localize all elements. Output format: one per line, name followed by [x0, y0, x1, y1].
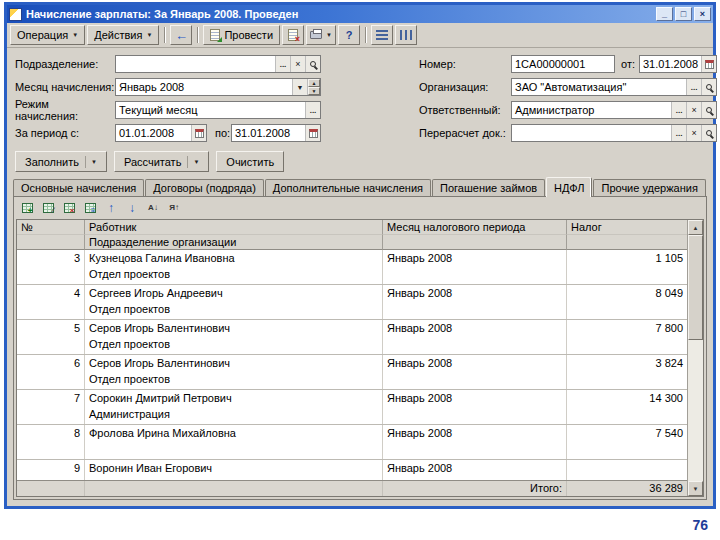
edit-row-button[interactable]: ∕ [38, 199, 58, 217]
row-number-cell: 9 [17, 460, 85, 480]
tax-month-cell: Январь 2008 [383, 285, 567, 319]
header-employee-sub[interactable]: Подразделение организации [85, 235, 383, 250]
settings-button[interactable] [395, 25, 417, 45]
tax-month-cell: Январь 2008 [383, 425, 567, 459]
help-icon: ? [346, 29, 353, 41]
header-employee[interactable]: Работник [85, 220, 383, 235]
number-field[interactable]: 1CA00000001 [511, 55, 615, 73]
structure-button[interactable] [371, 25, 393, 45]
row-number-cell: 5 [17, 320, 85, 354]
print-button[interactable]: ▼ [306, 25, 336, 45]
organization-select-button[interactable]: ... [686, 79, 701, 95]
organization-open-button[interactable] [701, 79, 716, 95]
clear-button[interactable]: Очистить [216, 151, 284, 172]
scrollbar-track[interactable] [688, 340, 703, 481]
scrollbar-thumb[interactable] [688, 235, 703, 340]
list-settings-button[interactable]: ≡ [80, 199, 100, 217]
responsible-open-button[interactable] [701, 102, 716, 118]
sort-desc-button[interactable]: Я↑ [164, 199, 184, 217]
form-right-column: Номер: 1CA00000001 от: 31.01.2008 Органи… [419, 55, 717, 143]
responsible-value[interactable]: Администратор [512, 102, 671, 118]
cancel-post-button[interactable] [282, 25, 304, 45]
add-row-button[interactable]: + [17, 199, 37, 217]
tab-other-deductions[interactable]: Прочие удержания [593, 179, 705, 196]
move-down-button[interactable]: ↓ [122, 199, 142, 217]
actions-menu-button[interactable]: Действия ▼ [87, 25, 159, 45]
employee-cell: Серов Игорь ВалентиновичОтдел проектов [85, 320, 383, 354]
date-calendar-button[interactable] [701, 56, 716, 72]
date-field[interactable]: 31.01.2008 [639, 55, 717, 73]
department-open-button[interactable] [305, 56, 320, 72]
maximize-button[interactable]: □ [675, 7, 692, 21]
recalc-doc-clear-button[interactable]: × [686, 125, 701, 141]
operation-menu-button[interactable]: Операция ▼ [10, 25, 85, 45]
toolbar-separator [365, 27, 366, 43]
table-row[interactable]: 3 Кузнецова Галина ИвановнаОтдел проекто… [17, 250, 687, 285]
sort-asc-button[interactable]: А↓ [143, 199, 163, 217]
accrual-mode-field[interactable]: Текущий месяц ... [115, 101, 321, 119]
help-button[interactable]: ? [338, 25, 360, 45]
organization-value[interactable]: ЗАО "Автоматизация" [512, 79, 686, 95]
responsible-clear-button[interactable]: × [686, 102, 701, 118]
employee-cell: Сергеев Игорь АндреевичОтдел проектов [85, 285, 383, 319]
back-button[interactable]: ← [170, 25, 192, 45]
scroll-down-button[interactable]: ▼ [688, 481, 703, 496]
tab-additional-accruals[interactable]: Дополнительные начисления [265, 179, 431, 196]
department-label: Подразделение: [15, 58, 115, 70]
department-value[interactable] [116, 56, 275, 72]
responsible-field[interactable]: Администратор ... × [511, 101, 717, 119]
period-to-field[interactable]: 31.01.2008 [231, 124, 321, 142]
spin-up-button[interactable]: ▲ [308, 79, 320, 87]
header-tax[interactable]: Налог [567, 220, 687, 235]
tab-contracts[interactable]: Договоры (подряда) [145, 179, 264, 196]
table-row[interactable]: 7 Сорокин Дмитрий ПетровичАдминистрация … [17, 390, 687, 425]
recalc-doc-open-button[interactable] [701, 125, 716, 141]
period-from-value[interactable]: 01.01.2008 [116, 125, 191, 141]
footer-total-label: Итого: [383, 481, 567, 496]
table-scrollbar[interactable]: ▲ ▼ [687, 220, 703, 496]
table-row[interactable]: 6 Серов Игорь ВалентиновичОтдел проектов… [17, 355, 687, 390]
number-value[interactable]: 1CA00000001 [512, 56, 614, 72]
department-clear-button[interactable]: × [290, 56, 305, 72]
tab-ndfl[interactable]: НДФЛ [546, 177, 592, 197]
period-from-field[interactable]: 01.01.2008 [115, 124, 207, 142]
minimize-button[interactable]: _ [656, 7, 673, 21]
chevron-down-icon: ▼ [146, 32, 152, 38]
responsible-select-button[interactable]: ... [671, 102, 686, 118]
recalc-doc-field[interactable]: ... × [511, 124, 717, 142]
recalc-doc-select-button[interactable]: ... [671, 125, 686, 141]
department-field[interactable]: ... × [115, 55, 321, 73]
organization-field[interactable]: ЗАО "Автоматизация" ... [511, 78, 717, 96]
recalc-doc-value[interactable] [512, 125, 671, 141]
action-buttons-row: Заполнить ▼ Рассчитать ▼ Очистить [7, 147, 713, 176]
scroll-up-button[interactable]: ▲ [688, 220, 703, 235]
delete-row-button[interactable]: × [59, 199, 79, 217]
header-tax-month[interactable]: Месяц налогового периода [383, 220, 567, 235]
table-row[interactable]: 5 Серов Игорь ВалентиновичОтдел проектов… [17, 320, 687, 355]
calculate-button[interactable]: Рассчитать ▼ [114, 151, 209, 172]
move-up-button[interactable]: ↑ [101, 199, 121, 217]
accrual-month-dropdown-button[interactable]: ▼ [292, 79, 307, 95]
department-select-button[interactable]: ... [275, 56, 290, 72]
accrual-mode-value[interactable]: Текущий месяц [116, 102, 305, 118]
post-button[interactable]: Провести [203, 25, 280, 45]
row-number-cell: 6 [17, 355, 85, 389]
header-num[interactable]: № [17, 220, 85, 235]
tab-loan-repayment[interactable]: Погашение займов [432, 179, 545, 196]
accrual-month-field[interactable]: Январь 2008 ▼ ▲ ▼ [115, 78, 321, 96]
ndfl-table: № Работник Месяц налогового периода Нало… [16, 219, 704, 497]
titlebar[interactable]: Начисление зарплаты: За Январь 2008. Про… [7, 5, 713, 23]
accrual-mode-select-button[interactable]: ... [305, 102, 320, 118]
period-from-calendar-button[interactable] [191, 125, 206, 141]
table-row[interactable]: 4 Сергеев Игорь АндреевичОтдел проектов … [17, 285, 687, 320]
date-value[interactable]: 31.01.2008 [640, 56, 701, 72]
fill-button[interactable]: Заполнить ▼ [15, 151, 107, 172]
table-row[interactable]: 9 Воронин Иван Егорович Январь 2008 [17, 460, 687, 480]
close-button[interactable]: × [694, 7, 711, 21]
spin-down-button[interactable]: ▼ [308, 87, 320, 95]
table-row[interactable]: 8 Фролова Ирина Михайловна Январь 2008 7… [17, 425, 687, 460]
tab-main-accruals[interactable]: Основные начисления [13, 179, 144, 196]
period-to-value[interactable]: 31.01.2008 [232, 125, 305, 141]
period-to-calendar-button[interactable] [305, 125, 320, 141]
accrual-month-value[interactable]: Январь 2008 [116, 79, 292, 95]
